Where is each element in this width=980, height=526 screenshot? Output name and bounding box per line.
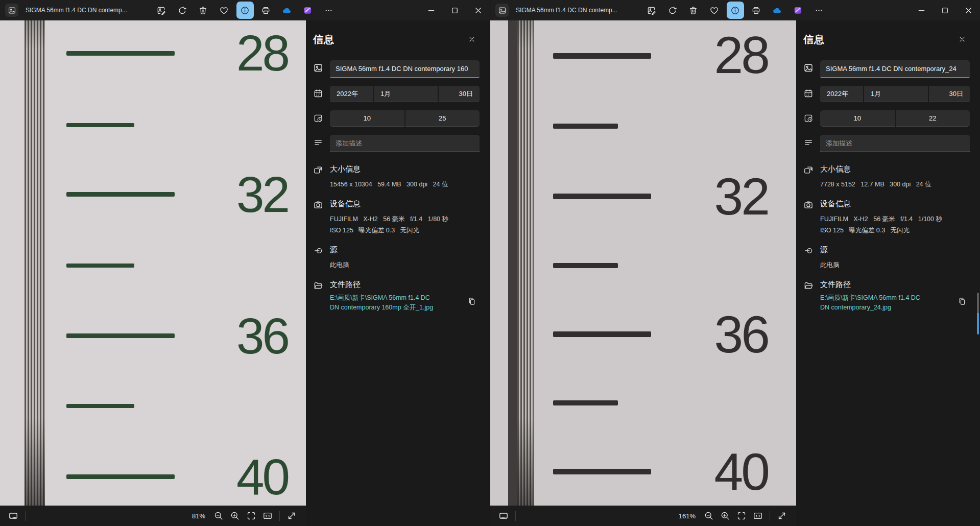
panel-close-button[interactable]	[464, 32, 480, 47]
ruler-tick-major	[553, 53, 651, 59]
photo-canvas[interactable]: 28 32 36 40	[490, 20, 796, 506]
bottom-toolbar: 161%	[490, 506, 796, 526]
print-button[interactable]	[257, 2, 275, 19]
rotate-button[interactable]	[174, 2, 191, 19]
close-button[interactable]	[957, 0, 980, 20]
time-hour-field[interactable]: 10	[820, 110, 895, 127]
image-icon	[803, 60, 815, 78]
date-month-field[interactable]: 1月	[374, 86, 438, 102]
panel-title: 信息	[313, 33, 334, 46]
rotate-button[interactable]	[664, 2, 681, 19]
more-options-button[interactable]	[320, 2, 338, 19]
maximize-button[interactable]	[443, 0, 466, 20]
close-button[interactable]	[466, 0, 490, 20]
more-options-button[interactable]	[810, 2, 828, 19]
actual-size-button[interactable]	[259, 508, 276, 524]
copy-path-button[interactable]	[954, 294, 970, 309]
panel-close-button[interactable]	[954, 32, 970, 47]
fullscreen-button[interactable]	[283, 508, 300, 524]
description-input[interactable]	[820, 135, 970, 152]
ruler-tick-minor	[553, 400, 618, 405]
filmstrip-toggle-button[interactable]	[5, 508, 21, 524]
ruler-tick-major	[66, 474, 175, 479]
panel-title: 信息	[803, 33, 825, 46]
divider	[279, 511, 280, 521]
favorite-button[interactable]	[216, 2, 233, 19]
ruler-tick-minor	[66, 264, 134, 268]
panel-scrollbar[interactable]	[977, 293, 979, 334]
photos-window-right: SIGMA 56mm f1.4 DC DN contemp...	[490, 0, 980, 526]
favorite-button[interactable]	[706, 2, 723, 19]
calendar-icon	[313, 86, 324, 102]
device-info-line2: ISO 125 曝光偏差 0.3 无闪光	[820, 225, 970, 236]
zoom-in-button[interactable]	[227, 508, 243, 524]
info-button-active[interactable]	[236, 2, 254, 19]
link-icon	[313, 243, 324, 271]
delete-button[interactable]	[685, 2, 702, 19]
camera-icon	[313, 197, 324, 236]
size-info-value: 15456 x 10304 59.4 MB 300 dpi 24 位	[330, 179, 480, 190]
zoom-level: 161%	[679, 512, 696, 520]
fullscreen-button[interactable]	[774, 508, 790, 524]
size-info-label: 大小信息	[820, 162, 970, 174]
onedrive-icon[interactable]	[278, 2, 296, 19]
date-year-field[interactable]: 2022年	[820, 86, 863, 102]
fit-to-window-button[interactable]	[733, 508, 750, 524]
ruler-tick-minor	[66, 404, 134, 408]
date-month-field[interactable]: 1月	[864, 86, 928, 102]
ruler-label: 36	[236, 305, 288, 367]
zoom-level: 81%	[192, 512, 205, 520]
clipchamp-button[interactable]	[790, 2, 807, 19]
description-input[interactable]	[330, 135, 480, 152]
device-info-label: 设备信息	[820, 197, 970, 209]
info-button-active[interactable]	[727, 2, 744, 19]
maximize-button[interactable]	[933, 0, 957, 20]
zoom-out-button[interactable]	[701, 508, 717, 524]
source-label: 源	[820, 243, 970, 255]
photos-app-icon	[5, 4, 18, 17]
zoom-out-button[interactable]	[210, 508, 227, 524]
print-button[interactable]	[748, 2, 765, 19]
fit-to-window-button[interactable]	[243, 508, 259, 524]
bottom-toolbar: 81%	[0, 506, 306, 526]
date-year-field[interactable]: 2022年	[330, 86, 373, 102]
photo-canvas[interactable]: 28 32 36 40	[0, 20, 306, 506]
zoom-in-button[interactable]	[717, 508, 733, 524]
filename-input[interactable]	[820, 60, 970, 78]
toolbar	[643, 0, 828, 20]
ruler-label: 32	[714, 166, 768, 227]
resolution-stripe-bar	[25, 20, 45, 506]
device-info-label: 设备信息	[330, 197, 480, 209]
date-day-field[interactable]: 30日	[439, 86, 480, 102]
time-minute-field[interactable]: 25	[405, 110, 480, 127]
description-icon	[313, 135, 324, 152]
ruler-tick-minor	[553, 124, 618, 129]
scrollbar-track-segment	[977, 293, 979, 313]
app-root: SIGMA 56mm f1.4 DC DN contemp...	[0, 0, 980, 526]
edit-image-button[interactable]	[643, 2, 660, 19]
minimize-button[interactable]	[419, 0, 443, 20]
time-minute-field[interactable]: 22	[896, 110, 970, 127]
copy-path-button[interactable]	[464, 294, 480, 309]
titlebar-left: SIGMA 56mm f1.4 DC DN contemp...	[0, 0, 490, 20]
window-title: SIGMA 56mm f1.4 DC DN contemp...	[516, 7, 617, 14]
size-info-icon	[803, 162, 815, 190]
calendar-icon	[803, 86, 815, 102]
filepath-link[interactable]: E:\画质\新卡\SIGMA 56mm f1.4 DC DN contempor…	[820, 293, 926, 313]
edit-image-button[interactable]	[153, 2, 170, 19]
divider	[25, 511, 26, 521]
minimize-button[interactable]	[910, 0, 933, 20]
actual-size-button[interactable]	[750, 508, 766, 524]
scrollbar-thumb[interactable]	[977, 313, 979, 334]
time-hour-field[interactable]: 10	[330, 110, 404, 127]
filepath-link[interactable]: E:\画质\新卡\SIGMA 56mm f1.4 DC DN contempor…	[330, 293, 436, 313]
delete-button[interactable]	[195, 2, 212, 19]
filename-input[interactable]	[330, 60, 480, 78]
chart-edge-band	[508, 20, 517, 506]
date-day-field[interactable]: 30日	[929, 86, 970, 102]
filmstrip-toggle-button[interactable]	[495, 508, 512, 524]
link-icon	[803, 243, 815, 271]
ruler-tick-major	[553, 194, 651, 199]
onedrive-icon[interactable]	[769, 2, 786, 19]
clipchamp-button[interactable]	[299, 2, 317, 19]
